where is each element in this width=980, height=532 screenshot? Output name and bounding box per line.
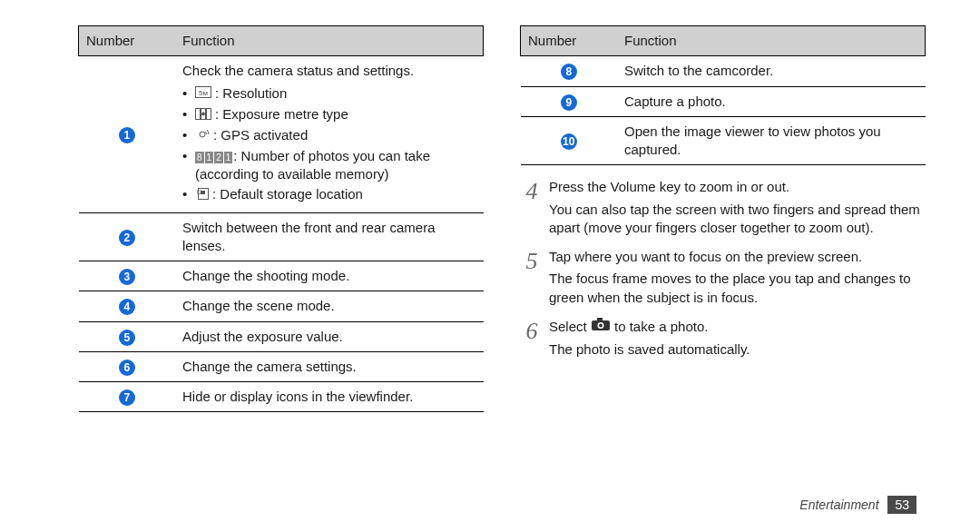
number-badge: 10 (561, 133, 577, 150)
resolution-icon: 5м (195, 84, 211, 103)
item-label: GPS activated (220, 127, 308, 143)
number-badge: 1 (119, 127, 135, 143)
left-column: Number Function 1 Check the camera statu… (78, 25, 484, 532)
col-header-number: Number (521, 26, 618, 56)
step-number: 4 (520, 180, 544, 203)
svg-text:5м: 5м (199, 89, 208, 97)
table-row: 1 Check the camera status and settings. … (79, 56, 484, 212)
row-text: Switch to the camcorder. (617, 56, 926, 86)
step-text: Tap where you want to focus on the previ… (549, 248, 926, 266)
col-header-function: Function (617, 26, 926, 56)
step-text: The focus frame moves to the place you t… (549, 270, 926, 307)
table-row: 2 Switch between the front and rear came… (79, 212, 484, 261)
right-column: Number Function 8 Switch to the camcorde… (520, 25, 926, 532)
col-header-function: Function (175, 26, 484, 56)
function-table-right: Number Function 8 Switch to the camcorde… (520, 25, 926, 165)
table-row: 4 Change the scene mode. (79, 291, 484, 321)
row-text: Hide or display icons in the viewfinder. (175, 382, 484, 412)
svg-rect-11 (597, 318, 603, 321)
step-list: 4 Press the Volume key to zoom in or out… (520, 178, 926, 362)
status-icon-list: 5м: Resolution : Exposure metre type : G… (182, 84, 476, 205)
table-row: 5 Adjust the exposure value. (79, 321, 484, 351)
table-row: 7 Hide or display icons in the viewfinde… (79, 382, 484, 412)
counter-icon: 8121 (195, 148, 233, 163)
step-text: Press the Volume key to zoom in or out. (549, 178, 926, 196)
camera-icon (591, 317, 611, 336)
gps-icon (195, 127, 210, 145)
item-label: Resolution (222, 85, 287, 101)
svg-rect-4 (207, 108, 211, 119)
table-row: 10 Open the image viewer to view photos … (521, 116, 926, 165)
storage-icon: D (195, 186, 209, 204)
table-row: 3 Change the shooting mode. (79, 261, 484, 291)
step-item: 4 Press the Volume key to zoom in or out… (520, 178, 926, 241)
number-badge: 3 (119, 269, 135, 285)
svg-point-13 (599, 324, 603, 328)
number-badge: 4 (119, 299, 135, 315)
number-badge: 6 (119, 360, 135, 376)
col-header-number: Number (79, 26, 176, 56)
page-number: 53 (887, 496, 916, 514)
number-badge: 8 (561, 64, 577, 80)
number-badge: 7 (119, 389, 135, 406)
step-number: 6 (520, 320, 544, 343)
row-text: Change the camera settings. (175, 351, 484, 381)
svg-rect-2 (196, 108, 201, 119)
row-text: Open the image viewer to view photos you… (617, 116, 926, 165)
number-badge: 9 (561, 94, 577, 111)
table-row: 9 Capture a photo. (521, 86, 926, 116)
function-table-left: Number Function 1 Check the camera statu… (78, 25, 484, 412)
step-text: The photo is saved automatically. (549, 340, 926, 359)
step-text: You can also tap the screen with two fin… (549, 201, 926, 238)
step-number: 5 (520, 250, 544, 273)
number-badge: 5 (119, 330, 135, 346)
row-text: Capture a photo. (617, 86, 926, 116)
page-footer: Entertainment 53 (799, 496, 916, 514)
row-text: Change the shooting mode. (175, 261, 484, 291)
exposure-metre-icon (195, 106, 211, 124)
svg-point-6 (200, 132, 205, 137)
row-text: Switch between the front and rear camera… (175, 212, 484, 261)
svg-rect-9 (201, 191, 205, 194)
row-text: Adjust the exposure value. (175, 321, 484, 351)
number-badge: 2 (119, 230, 135, 246)
item-label: Default storage location (220, 186, 363, 202)
row-text: Change the scene mode. (175, 291, 484, 321)
step-text: Select to take a photo. (549, 318, 926, 338)
row-intro: Check the camera status and settings. (182, 62, 476, 80)
step-item: 5 Tap where you want to focus on the pre… (520, 248, 926, 310)
step-item: 6 Select to take a photo. The photo is s… (520, 318, 926, 363)
item-label: Exposure metre type (222, 106, 348, 122)
table-row: 6 Change the camera settings. (79, 351, 484, 381)
table-row: 8 Switch to the camcorder. (521, 56, 926, 86)
svg-point-5 (201, 112, 205, 115)
section-name: Entertainment (799, 498, 878, 512)
